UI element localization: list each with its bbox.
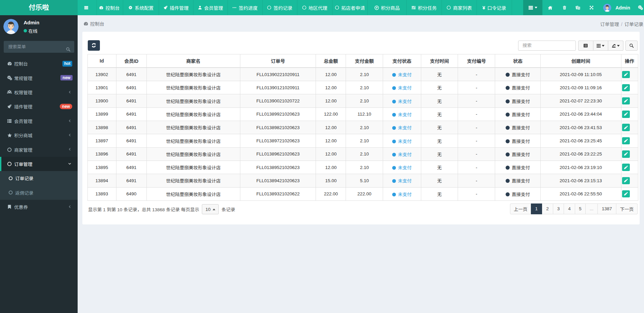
- svg-text:P: P: [376, 6, 378, 9]
- svg-text:A: A: [578, 7, 580, 9]
